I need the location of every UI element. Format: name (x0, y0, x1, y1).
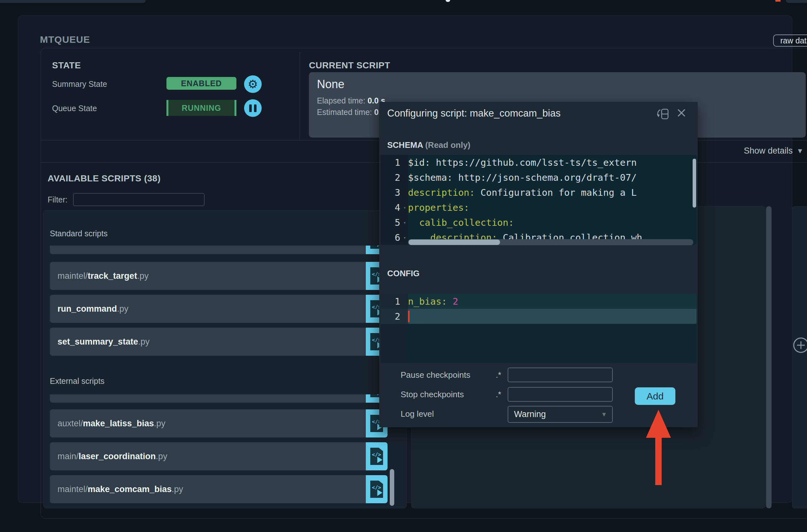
code-line: 5▾ calib_collection: (380, 215, 696, 230)
close-modal-button[interactable] (676, 107, 687, 119)
browser-dot (446, 0, 450, 2)
resize-modal-button[interactable] (656, 107, 670, 121)
script-row[interactable]: main/laser_coordination.py</> (50, 442, 388, 470)
available-scripts-card: Standard scripts maintel/take_image_comc… (43, 210, 407, 508)
triangle-down-icon: ▼ (796, 147, 804, 155)
filter-label: Filter: (48, 195, 68, 204)
state-script-divider (300, 52, 300, 140)
fold-marker-icon[interactable]: ▾ (404, 205, 406, 210)
script-extension: .py (117, 304, 128, 314)
available-scripts-heading: AVAILABLE SCRIPTS (38) (48, 173, 161, 184)
summary-state-badge: ENABLED (166, 77, 237, 90)
panel-title: MTQUEUE (40, 34, 90, 45)
schema-horizontal-scrollbar[interactable] (408, 239, 693, 245)
script-name: make_comcam_bias (88, 484, 172, 494)
code-line: 2 (380, 309, 696, 324)
schema-editor[interactable]: 1$id: https://github.com/lsst-ts/ts_exte… (380, 155, 696, 245)
script-name: laser_coordination (79, 452, 156, 461)
red-arrow-annotation (646, 410, 671, 486)
external-list-scrollbar[interactable] (390, 469, 394, 506)
code-line: 3description: Configuration for making a… (380, 185, 696, 200)
script-row[interactable]: auxtel/make_latiss_bias.py</> (50, 410, 388, 437)
pause-checkpoints-input[interactable] (508, 367, 613, 382)
rotate-panel-icon (656, 107, 670, 120)
text-cursor (408, 311, 410, 322)
standard-scripts-label: Standard scripts (50, 229, 108, 238)
fold-marker-icon[interactable]: ▾ (404, 220, 406, 225)
log-level-label: Log level (401, 409, 434, 419)
raw-data-button[interactable]: raw data (773, 35, 807, 46)
elapsed-time-row: Elapsed time: 0.0 s (317, 96, 385, 106)
current-script-name: None (317, 78, 344, 91)
script-path-prefix: maintel/ (57, 484, 88, 494)
code-line: 1$id: https://github.com/lsst-ts/ts_exte… (380, 155, 696, 170)
config-editor[interactable]: 1n_bias: 22 (380, 294, 696, 363)
script-path-prefix: main/ (57, 452, 79, 461)
script-file-icon: </> (370, 448, 383, 465)
gear-icon: ⚙ (248, 79, 258, 90)
external-scripts-label: External scripts (50, 377, 105, 386)
script-extension: .py (156, 452, 167, 461)
launch-script-button[interactable]: </> (366, 475, 388, 503)
configure-script-modal: Configuring script: make_comcam_bias SCH… (379, 102, 698, 427)
script-extension: .py (137, 271, 149, 281)
stop-checkpoints-input[interactable] (508, 387, 613, 402)
script-name: make_latiss_bias (83, 419, 154, 429)
select-arrow-icon: ▼ (601, 411, 607, 418)
config-label: CONFIG (387, 269, 419, 279)
external-scripts-header[interactable]: External scripts (50, 377, 401, 386)
pause-checkpoints-label: Pause checkpoints (401, 370, 470, 380)
standard-scripts-header[interactable]: Standard scripts (50, 229, 401, 238)
pause-icon (249, 104, 257, 112)
script-name: run_command (57, 304, 117, 314)
show-details-label: Show details (744, 146, 793, 156)
filter-input[interactable] (73, 193, 205, 206)
external-scripts-list: auxtel/latiss_cwfs_align.py</>auxtel/mak… (50, 394, 394, 508)
script-path-prefix: auxtel/ (57, 419, 83, 429)
queue-scrollbar[interactable] (766, 206, 772, 508)
fold-marker-icon[interactable]: ▾ (404, 235, 406, 240)
script-row[interactable]: set_summary_state.py</> (50, 328, 388, 356)
pause-queue-button[interactable] (244, 99, 262, 117)
queue-side-strip (792, 206, 807, 508)
code-line: 4▾properties: (380, 200, 696, 215)
code-line: 1n_bias: 2 (380, 294, 696, 309)
schema-vertical-scrollbar[interactable] (693, 159, 696, 208)
script-row[interactable]: auxtel/latiss_cwfs_align.py</> (50, 394, 388, 403)
script-queue-screen: MTQUEUE raw data STATE Summary State ENA… (0, 0, 807, 532)
stop-checkpoints-label: Stop checkpoints (401, 390, 464, 399)
script-extension: .py (172, 484, 183, 494)
script-file-icon: </> (370, 480, 383, 498)
add-button[interactable]: Add (635, 387, 675, 405)
queue-state-label: Queue State (52, 104, 97, 113)
show-details-toggle[interactable]: Show details ▼ (731, 146, 804, 156)
log-level-select[interactable]: Warning ▼ (508, 406, 613, 423)
script-row[interactable]: run_command.py</> (50, 295, 388, 323)
schema-readonly-note: (Read only) (423, 140, 471, 150)
stop-checkpoints-suffix: .* (496, 390, 501, 399)
schema-label: SCHEMA (Read only) (387, 140, 471, 150)
script-extension: .py (138, 337, 150, 347)
current-script-heading: CURRENT SCRIPT (309, 60, 390, 71)
browser-tab-sliver (0, 0, 146, 3)
script-name: track_target (88, 271, 137, 281)
state-heading: STATE (52, 60, 81, 71)
script-extension: .py (154, 419, 166, 429)
modal-title: Configuring script: make_comcam_bias (387, 108, 561, 119)
summary-state-label: Summary State (52, 79, 107, 89)
script-row[interactable]: maintel/track_target.py</> (50, 262, 388, 290)
script-row[interactable]: maintel/take_image_comcam.py</> (50, 246, 388, 254)
script-row[interactable]: maintel/make_comcam_bias.py</> (50, 475, 388, 503)
editor-empty-area (380, 324, 696, 363)
log-level-value: Warning (514, 410, 546, 419)
add-script-button[interactable] (793, 338, 807, 353)
standard-scripts-list: maintel/take_image_comcam.py</>maintel/t… (50, 246, 394, 356)
pause-checkpoints-suffix: .* (496, 370, 501, 380)
script-name: set_summary_state (57, 337, 138, 347)
summary-state-config-button[interactable]: ⚙ (244, 75, 262, 93)
code-line: 2$schema: http://json-schema.org/draft-0… (380, 170, 696, 185)
notification-sliver (775, 0, 781, 2)
script-path-prefix: maintel/ (57, 271, 88, 281)
launch-script-button[interactable]: </> (366, 442, 388, 470)
queue-state-badge: RUNNING (166, 100, 237, 116)
